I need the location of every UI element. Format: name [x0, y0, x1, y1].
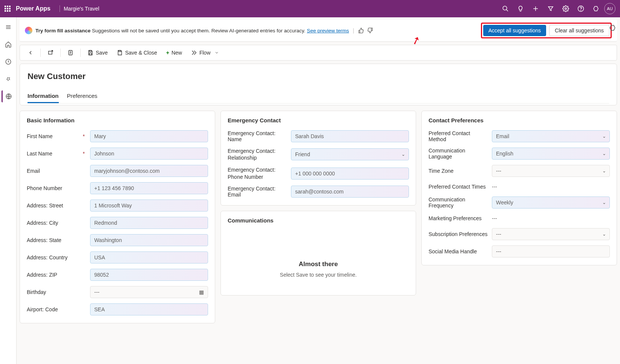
pref-social-input[interactable]: --- — [492, 245, 610, 257]
global-header: Power Apps Margie's Travel AU — [0, 0, 620, 17]
environment-name[interactable]: Margie's Travel — [64, 6, 99, 12]
notice-body: Suggestions will not be saved until you … — [90, 28, 307, 34]
svg-rect-14 — [89, 50, 91, 52]
pref-freq-select[interactable] — [492, 196, 610, 209]
state-input[interactable] — [90, 234, 208, 246]
pin-icon[interactable] — [2, 73, 15, 85]
ec-rel-label: Emergency Contact: Relationship — [228, 148, 288, 161]
left-nav-rail — [0, 17, 17, 364]
pref-lang-label: Communication Language — [429, 148, 489, 160]
country-input[interactable] — [90, 251, 208, 263]
ec-phone-label: Emergency Contact: Phone Number — [228, 166, 288, 180]
flow-button[interactable]: Flow — [187, 47, 223, 58]
zip-input[interactable] — [90, 269, 208, 281]
pref-lang-select[interactable] — [492, 148, 610, 160]
chevron-down-icon: ⌄ — [602, 231, 606, 237]
pref-tz-select[interactable]: ---⌄ — [492, 165, 610, 177]
copilot-header-icon[interactable] — [589, 2, 603, 15]
entity-icon[interactable] — [2, 90, 15, 102]
back-button[interactable] — [24, 47, 37, 58]
section-title: Emergency Contact — [228, 117, 409, 123]
city-label: Address: City — [27, 220, 87, 226]
help-icon[interactable] — [574, 2, 588, 15]
app-name: Power Apps — [16, 5, 51, 12]
new-button[interactable]: +New — [162, 47, 186, 58]
notice-bold: Try form fill assistance — [35, 28, 90, 34]
search-icon[interactable] — [499, 2, 512, 15]
page-title: New Customer — [28, 72, 609, 81]
thumbs-up-icon[interactable] — [358, 27, 364, 34]
timeline-empty-text: Select Save to see your timeline. — [235, 272, 401, 278]
svg-point-0 — [503, 6, 507, 10]
airport-label: Airport: Code — [27, 306, 87, 312]
save-button[interactable]: Save — [84, 47, 112, 58]
clear-all-button[interactable]: Clear all suggestions — [549, 25, 609, 36]
command-bar: Save Save & Close +New Flow — [20, 45, 617, 61]
copilot-pane-toggle[interactable] — [609, 24, 616, 32]
header-divider — [60, 5, 60, 12]
app-launcher-icon[interactable] — [5, 6, 11, 12]
lightbulb-icon[interactable] — [514, 2, 527, 15]
annotation-highlight: Accept all suggestions Clear all suggest… — [481, 23, 612, 38]
section-title: Basic Information — [27, 117, 208, 123]
communications-section: Communications Almost there Select Save … — [220, 211, 416, 295]
last-name-label: Last Name — [27, 151, 52, 157]
ec-name-label: Emergency Contact: Name — [228, 130, 288, 142]
tab-preferences[interactable]: Preferences — [67, 90, 98, 103]
city-input[interactable] — [90, 217, 208, 229]
svg-rect-16 — [119, 50, 121, 52]
thumbs-down-icon[interactable] — [367, 27, 373, 34]
ec-phone-input[interactable] — [291, 168, 409, 180]
save-close-button[interactable]: Save & Close — [113, 47, 161, 58]
phone-input[interactable] — [90, 182, 208, 194]
pref-social-label: Social Media Handle — [429, 248, 489, 254]
svg-line-1 — [506, 9, 508, 11]
form-tabs: Information Preferences — [28, 90, 609, 104]
street-input[interactable] — [90, 200, 208, 212]
pref-method-select[interactable] — [492, 130, 610, 142]
svg-rect-15 — [89, 53, 91, 55]
open-new-window-button[interactable] — [44, 47, 57, 58]
ec-email-label: Emergency Contact: Email — [228, 186, 288, 198]
email-input[interactable] — [90, 165, 208, 177]
menu-toggle-icon[interactable] — [2, 21, 15, 33]
ec-name-input[interactable] — [291, 130, 409, 142]
ec-rel-select[interactable] — [291, 148, 409, 160]
birthday-label: Birthday — [27, 289, 87, 295]
pref-sub-select[interactable]: ---⌄ — [492, 228, 610, 240]
section-title: Communications — [228, 217, 409, 224]
last-name-input[interactable] — [90, 148, 208, 160]
pref-times-value[interactable]: --- — [492, 182, 610, 191]
pref-tz-label: Time Zone — [429, 168, 489, 174]
task-button[interactable] — [64, 47, 77, 58]
pref-marketing-value[interactable]: --- — [492, 214, 610, 223]
emergency-section: Emergency Contact Emergency Contact: Nam… — [220, 111, 416, 206]
notice-text: Try form fill assistance Suggestions wil… — [35, 28, 349, 34]
first-name-input[interactable] — [90, 130, 208, 142]
preview-terms-link[interactable]: See preview terms — [307, 28, 349, 34]
state-label: Address: State — [27, 237, 87, 243]
form-header-card: New Customer Information Preferences — [20, 64, 617, 105]
accept-all-button[interactable]: Accept all suggestions — [483, 25, 546, 36]
airport-input[interactable] — [90, 303, 208, 315]
zip-label: Address: ZIP — [27, 272, 87, 278]
ec-email-input[interactable] — [291, 186, 409, 198]
filter-icon[interactable] — [544, 2, 557, 15]
settings-icon[interactable] — [559, 2, 573, 15]
copilot-icon — [25, 27, 32, 34]
contact-prefs-section: Contact Preferences Preferred Contact Me… — [421, 111, 617, 265]
tab-information[interactable]: Information — [28, 90, 59, 103]
user-avatar[interactable]: AU — [604, 3, 615, 14]
street-label: Address: Street — [27, 203, 87, 209]
timeline-empty-title: Almost there — [235, 260, 401, 268]
first-name-label: First Name — [27, 133, 52, 139]
pref-sub-label: Subscription Preferences — [429, 231, 489, 237]
home-icon[interactable] — [2, 38, 15, 50]
recent-icon[interactable] — [2, 56, 15, 68]
country-label: Address: Country — [27, 254, 87, 260]
email-label: Email — [27, 168, 87, 174]
birthday-input[interactable]: ---▦ — [90, 286, 208, 298]
add-icon[interactable] — [529, 2, 542, 15]
svg-point-6 — [581, 10, 581, 11]
calendar-icon[interactable]: ▦ — [199, 289, 204, 295]
